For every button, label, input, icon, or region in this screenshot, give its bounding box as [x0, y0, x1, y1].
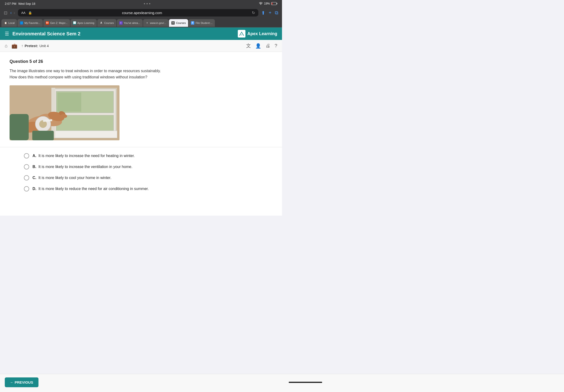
radio-c[interactable] — [24, 175, 29, 181]
app-header: ☰ Environmental Science Sem 2 Apex Learn… — [0, 28, 282, 40]
tab-courses-b[interactable]: ✕ Courses — [169, 19, 188, 27]
apex-logo-icon — [238, 30, 246, 38]
tab-label-courses-a: Courses — [104, 22, 114, 24]
reload-button[interactable]: ↻ — [252, 11, 255, 15]
course-title: Environmental Science Sem 2 — [13, 31, 81, 37]
browser-actions: ⬆ + ⧉ — [261, 10, 278, 16]
svg-rect-21 — [32, 131, 54, 140]
radio-a[interactable] — [24, 153, 29, 158]
radio-b[interactable] — [24, 164, 29, 169]
svg-rect-6 — [45, 131, 117, 138]
tab-label-courses-b: Courses — [176, 22, 186, 24]
tab-favicon-filo: F — [191, 21, 194, 25]
answer-label-a: A. It is more likely to increase the nee… — [32, 153, 135, 159]
question-text: The image illustrates one way to treat w… — [10, 68, 167, 80]
status-bar-right: 19% — [259, 2, 277, 5]
apex-logo: Apex Learning — [238, 30, 277, 38]
answer-choice-d[interactable]: D. It is more likely to reduce the need … — [24, 186, 273, 192]
sidebar-icon[interactable]: ⊡ — [4, 10, 7, 15]
accessibility-icon[interactable]: 👤 — [255, 43, 261, 49]
status-bar-left: 2:07 PM Wed Sep 18 — [5, 2, 35, 5]
browser-chrome: ⊡ ‹ › AA 🔒 course.apexlearning.com ↻ ⬆ +… — [0, 7, 282, 18]
tab-favicon-favorites: 🌐 — [20, 21, 23, 25]
help-icon[interactable]: ? — [275, 43, 277, 49]
tab-label-ingov: www.in.gov/... — [150, 22, 166, 24]
answer-choices: A. It is more likely to increase the nee… — [10, 153, 273, 192]
section-divider — [0, 147, 282, 147]
tab-courses-a[interactable]: A Courses — [97, 19, 116, 27]
battery-percentage: 19% — [264, 2, 270, 5]
print-icon[interactable]: 🖨 — [265, 43, 270, 49]
dot2 — [147, 3, 148, 4]
tab-label-filo: Filo Student:... — [195, 22, 212, 24]
tab-ingov[interactable]: ✕ www.in.gov/... — [143, 19, 169, 27]
answer-label-c: C. It is more likely to cool your home i… — [32, 175, 111, 181]
answer-choice-b[interactable]: B. It is more likely to increase the ven… — [24, 164, 273, 170]
toolbar: ⌂ 💼 ↑ Pretest: Unit 4 文 👤 🖨 ? — [0, 40, 282, 52]
dot3 — [149, 3, 150, 4]
tabs-bar: 📋 Local 🌐 My Favorite... BI Gen Z: Major… — [0, 18, 282, 28]
share-button[interactable]: ⬆ — [261, 10, 265, 16]
svg-rect-4 — [57, 93, 81, 112]
tab-favicon-ingov: ✕ — [146, 21, 149, 25]
status-bar: 2:07 PM Wed Sep 18 19% — [0, 0, 282, 7]
wifi-icon — [259, 2, 263, 5]
tab-apex[interactable]: 🅰 Apex Learning — [70, 19, 97, 27]
tab-favicon-youve: ≡ — [119, 21, 123, 25]
unit-label: Unit 4 — [40, 44, 49, 48]
battery-icon — [271, 2, 277, 5]
menu-icon[interactable]: ☰ — [5, 31, 9, 37]
tab-favicon-courses-a: A — [100, 21, 103, 25]
text-size-button[interactable]: AA — [21, 11, 25, 14]
tab-label-apex: Apex Learning — [77, 22, 94, 24]
answer-choice-c[interactable]: C. It is more likely to cool your home i… — [24, 175, 273, 181]
tab-label-local: Local — [8, 22, 14, 24]
app-header-left: ☰ Environmental Science Sem 2 — [5, 31, 81, 37]
tab-favicon-genz: BI — [46, 21, 49, 25]
answer-label-d: D. It is more likely to reduce the need … — [32, 186, 149, 192]
nav-buttons: ‹ › — [10, 10, 15, 15]
tab-youve[interactable]: ≡ You've alrea... — [117, 19, 143, 27]
toolbar-right: 文 👤 🖨 ? — [246, 42, 277, 49]
dot1 — [144, 3, 145, 4]
up-arrow-icon: ↑ — [21, 44, 23, 48]
tabs-button[interactable]: ⧉ — [275, 10, 278, 15]
forward-button[interactable]: › — [14, 10, 15, 15]
new-tab-button[interactable]: + — [269, 10, 272, 15]
home-icon[interactable]: ⌂ — [5, 43, 8, 49]
tab-label-youve: You've alrea... — [124, 22, 140, 24]
answer-label-b: B. It is more likely to increase the ven… — [32, 164, 132, 170]
pretest-label: Pretest: — [25, 44, 38, 48]
apex-logo-text: Apex Learning — [247, 31, 277, 36]
back-button[interactable]: ‹ — [10, 10, 12, 15]
tab-genz[interactable]: BI Gen Z: Major... — [43, 19, 70, 27]
time-display: 2:07 PM — [5, 2, 16, 5]
lock-icon: 🔒 — [28, 11, 32, 14]
tab-filo[interactable]: F Filo Student:... — [189, 19, 215, 27]
tab-label-favorites: My Favorite... — [24, 22, 40, 24]
toolbar-left: ⌂ 💼 ↑ Pretest: Unit 4 — [5, 43, 49, 49]
tab-favorites[interactable]: 🌐 My Favorite... — [17, 19, 43, 27]
question-number: Question 5 of 26 — [10, 59, 273, 64]
radio-d[interactable] — [24, 186, 29, 192]
pretest-nav: ↑ Pretest: Unit 4 — [21, 44, 49, 48]
tab-label-genz: Gen Z: Major... — [50, 22, 68, 24]
date-display: Wed Sep 18 — [18, 2, 35, 5]
answer-choice-a[interactable]: A. It is more likely to increase the nee… — [24, 153, 273, 159]
tab-favicon-courses-b: ✕ — [171, 21, 175, 25]
tab-favicon-local: 📋 — [4, 21, 7, 25]
briefcase-icon[interactable]: 💼 — [12, 43, 17, 49]
translate-icon[interactable]: 文 — [246, 42, 251, 49]
main-content: Question 5 of 26 The image illustrates o… — [0, 52, 282, 216]
tab-favicon-apex: 🅰 — [73, 21, 76, 25]
question-image — [10, 85, 120, 140]
address-bar[interactable]: AA 🔒 course.apexlearning.com ↻ — [18, 9, 258, 16]
url-display: course.apexlearning.com — [34, 11, 250, 15]
svg-rect-20 — [10, 114, 29, 140]
tab-local[interactable]: 📋 Local — [1, 19, 17, 27]
status-bar-center — [144, 3, 150, 4]
